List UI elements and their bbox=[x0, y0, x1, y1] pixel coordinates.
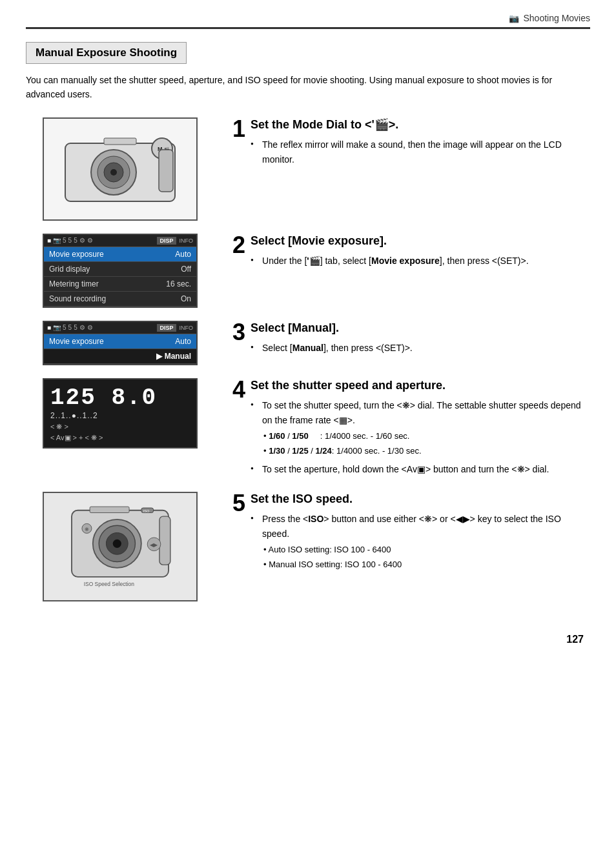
step-3-heading: Select [Manual]. bbox=[251, 321, 413, 336]
menu-row-2a: Movie exposure Auto bbox=[44, 334, 196, 349]
page-number: 127 bbox=[26, 634, 590, 645]
step-4-image: 125 8.0 2..1..●..1..2 < ❋ > < Av▣ > + < … bbox=[26, 378, 226, 449]
menu-value-2: Off bbox=[181, 265, 191, 274]
menu-value-1: Auto bbox=[175, 250, 191, 259]
menu-disp-label: DISP bbox=[157, 237, 176, 245]
svg-text:◀▶: ◀▶ bbox=[150, 541, 158, 548]
step-1-image: M 🎬 bbox=[26, 117, 226, 221]
iso-camera-image: ISO ❋ ◀▶ ISO Speed Selection bbox=[43, 492, 198, 601]
menu-icon-2: 📷 bbox=[53, 237, 61, 244]
menu-info-label: INFO bbox=[180, 237, 194, 244]
menu-row-4: Sound recording On bbox=[44, 292, 196, 307]
step-1-bullet-1: The reflex mirror will make a sound, the… bbox=[251, 137, 590, 167]
step-5-sub-1: • Auto ISO setting: ISO 100 - 6400 bbox=[251, 543, 590, 557]
step-5-sub-2: • Manual ISO setting: ISO 100 - 6400 bbox=[251, 558, 590, 572]
step-4-number: 4 bbox=[232, 378, 245, 401]
step-4-row: 125 8.0 2..1..●..1..2 < ❋ > < Av▣ > + < … bbox=[26, 378, 590, 479]
svg-rect-9 bbox=[159, 150, 173, 192]
menu-label-4: Sound recording bbox=[49, 294, 106, 303]
menu-row-2: Grid display Off bbox=[44, 262, 196, 277]
menu-label-1: Movie exposure bbox=[49, 250, 104, 259]
exposure-bottom-label: < Av▣ > + < ❋ > bbox=[50, 434, 190, 442]
svg-point-15 bbox=[113, 540, 121, 548]
step-2-row: ■ 📷 5 5 5 ⚙ ⚙ DISP INFO Movie exposure A… bbox=[26, 234, 590, 308]
step-1-body: The reflex mirror will make a sound, the… bbox=[251, 137, 590, 167]
step-1-content: 1 Set the Mode Dial to <'🎬>. The reflex … bbox=[226, 117, 590, 169]
step-4-content: 4 Set the shutter speed and aperture. To… bbox=[226, 378, 590, 479]
step-3-content: 3 Select [Manual]. Select [Manual], then… bbox=[226, 321, 590, 358]
step-3-bullet-1: Select [Manual], then press <(SET)>. bbox=[251, 341, 413, 355]
movie-icon: 📷 bbox=[509, 14, 519, 23]
menu-value-4: On bbox=[181, 294, 191, 303]
svg-rect-18 bbox=[90, 507, 129, 512]
step-5-bullet-1: Press the <ISO> button and use either <❋… bbox=[251, 512, 590, 541]
step-4-sub-1: • 1/60 / 1/50 : 1/4000 sec. - 1/60 sec. bbox=[251, 430, 590, 443]
svg-text:❋: ❋ bbox=[85, 527, 89, 532]
svg-rect-8 bbox=[104, 138, 136, 145]
menu-value-2a: Auto bbox=[175, 337, 191, 346]
menu-icon-5: 5 bbox=[74, 237, 77, 244]
step-5-image: ISO ❋ ◀▶ ISO Speed Selection bbox=[26, 492, 226, 601]
menu-label-2a: Movie exposure bbox=[49, 337, 104, 346]
step-2-body: Under the ['🎬] tab, select [Movie exposu… bbox=[251, 254, 529, 268]
menu-icon-4: 5 bbox=[68, 237, 72, 244]
step-2-image: ■ 📷 5 5 5 ⚙ ⚙ DISP INFO Movie exposure A… bbox=[26, 234, 226, 308]
menu-value-2b: ▶ Manual bbox=[156, 352, 191, 361]
step-5-number: 5 bbox=[232, 492, 245, 515]
header-bar: 📷 Shooting Movies bbox=[26, 13, 590, 29]
svg-rect-11 bbox=[159, 516, 170, 565]
exposure-numbers: 125 8.0 bbox=[50, 385, 190, 411]
menu-screenshot-1: ■ 📷 5 5 5 ⚙ ⚙ DISP INFO Movie exposure A… bbox=[43, 234, 198, 308]
svg-text:ISO Speed Selection: ISO Speed Selection bbox=[84, 581, 135, 587]
header-title: Shooting Movies bbox=[523, 13, 590, 23]
step-2-heading: Select [Movie exposure]. bbox=[251, 234, 529, 248]
step-5-content: 5 Set the ISO speed. Press the <ISO> but… bbox=[226, 492, 590, 572]
step-5-row: ISO ❋ ◀▶ ISO Speed Selection 5 Se bbox=[26, 492, 590, 601]
menu-topbar-1: ■ 📷 5 5 5 ⚙ ⚙ DISP INFO bbox=[44, 235, 196, 247]
menu-icon-2e: 5 bbox=[74, 324, 77, 331]
intro-text: You can manually set the shutter speed, … bbox=[26, 73, 581, 102]
menu-info-label-2: INFO bbox=[180, 325, 194, 331]
step-2-content: 2 Select [Movie exposure]. Under the ['🎬… bbox=[226, 234, 590, 271]
svg-text:ISO: ISO bbox=[143, 509, 150, 513]
exposure-dial-label: < ❋ > bbox=[50, 423, 190, 431]
menu-icon-1: ■ bbox=[47, 237, 51, 244]
menu-icon-2b: 📷 bbox=[53, 324, 61, 331]
menu-label-3: Metering timer bbox=[49, 279, 99, 288]
step-4-heading: Set the shutter speed and aperture. bbox=[251, 378, 590, 393]
menu-icon-7: ⚙ bbox=[87, 237, 93, 244]
menu-icon-2a: ■ bbox=[47, 324, 51, 331]
menu-row-3: Metering timer 16 sec. bbox=[44, 277, 196, 292]
step-1-number: 1 bbox=[232, 117, 245, 141]
step-1-row: M 🎬 1 Set the Mode Dial to <'🎬>. bbox=[26, 117, 590, 221]
exposure-display: 125 8.0 2..1..●..1..2 < ❋ > < Av▣ > + < … bbox=[43, 378, 198, 449]
step-2-number: 2 bbox=[232, 234, 245, 257]
step-1-heading: Set the Mode Dial to <'🎬>. bbox=[251, 117, 590, 132]
step-3-image: ■ 📷 5 5 5 ⚙ ⚙ DISP INFO Movie exposure A… bbox=[26, 321, 226, 365]
step-4-bullet-1: To set the shutter speed, turn the <❋> d… bbox=[251, 398, 590, 427]
step-4-bullet-2: To set the aperture, hold down the <Av▣>… bbox=[251, 462, 590, 476]
step-4-body: To set the shutter speed, turn the <❋> d… bbox=[251, 398, 590, 476]
menu-icon-3: 5 bbox=[63, 237, 67, 244]
svg-point-4 bbox=[110, 169, 117, 176]
menu-icon-6: ⚙ bbox=[79, 237, 85, 244]
menu-screenshot-2: ■ 📷 5 5 5 ⚙ ⚙ DISP INFO Movie exposure A… bbox=[43, 321, 198, 365]
menu-label-2: Grid display bbox=[49, 265, 90, 274]
menu-row-2b: ▶ Manual bbox=[44, 349, 196, 364]
step-3-body: Select [Manual], then press <(SET)>. bbox=[251, 341, 413, 355]
menu-disp-label-2: DISP bbox=[157, 324, 176, 332]
camera-mode-dial-diagram: M 🎬 bbox=[43, 117, 198, 221]
section-title: Manual Exposure Shooting bbox=[26, 42, 187, 64]
step-5-heading: Set the ISO speed. bbox=[251, 492, 590, 507]
step-3-row: ■ 📷 5 5 5 ⚙ ⚙ DISP INFO Movie exposure A… bbox=[26, 321, 590, 365]
menu-icon-2d: 5 bbox=[68, 324, 72, 331]
menu-icon-2g: ⚙ bbox=[87, 324, 93, 331]
menu-row-1: Movie exposure Auto bbox=[44, 247, 196, 262]
step-2-bullet-1: Under the ['🎬] tab, select [Movie exposu… bbox=[251, 254, 529, 268]
menu-icon-2c: 5 bbox=[63, 324, 67, 331]
menu-value-3: 16 sec. bbox=[166, 279, 191, 288]
exposure-scale: 2..1..●..1..2 bbox=[50, 411, 190, 420]
step-4-sub-2: • 1/30 / 1/25 / 1/24: 1/4000 sec. - 1/30… bbox=[251, 445, 590, 458]
menu-topbar-2: ■ 📷 5 5 5 ⚙ ⚙ DISP INFO bbox=[44, 322, 196, 334]
steps-container: M 🎬 1 Set the Mode Dial to <'🎬>. bbox=[26, 117, 590, 614]
